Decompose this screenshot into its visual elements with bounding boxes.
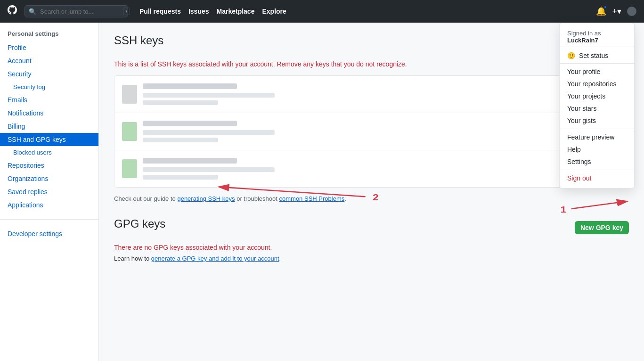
sidebar-developer-section: Developer settings — [0, 219, 98, 240]
ssh-key-item-2: Delete — [114, 113, 628, 150]
key-icon-3 — [122, 159, 137, 178]
signed-in-label: Signed in as — [567, 30, 601, 37]
search-input[interactable] — [40, 8, 119, 15]
key-fingerprint-3 — [143, 167, 275, 172]
ssh-section-title: SSH keys — [114, 34, 163, 47]
nav-actions: 🔔 +▾ — [596, 6, 636, 16]
sidebar-item-security-log[interactable]: Security log — [0, 81, 98, 93]
gpg-section-title: GPG keys — [114, 217, 165, 230]
avatar[interactable] — [627, 7, 636, 16]
sidebar-item-account[interactable]: Account — [0, 54, 98, 67]
search-bar[interactable]: 🔍 / — [24, 5, 128, 17]
key-icon-2 — [122, 122, 137, 141]
gpg-learn-text: Learn how to generate a GPG key and add … — [114, 255, 629, 262]
sidebar-item-profile[interactable]: Profile — [0, 41, 98, 54]
help-text-suffix: . — [344, 195, 346, 202]
sidebar-item-emails[interactable]: Emails — [0, 93, 98, 107]
gpg-learn-prefix: Learn how to — [114, 255, 151, 262]
key-fingerprint-1 — [143, 93, 275, 98]
nav-pull-requests[interactable]: Pull requests — [139, 8, 181, 15]
sidebar-item-saved-replies[interactable]: Saved replies — [0, 185, 98, 198]
key-title-1 — [143, 83, 237, 89]
sidebar-item-blocked-users[interactable]: Blocked users — [0, 146, 98, 159]
key-icon-1 — [122, 85, 137, 104]
sidebar-item-applications[interactable]: Applications — [0, 198, 98, 212]
help-text-prefix: Check out our guide to — [114, 195, 177, 202]
ssh-section-header: SSH keys New SSH key — [114, 34, 629, 55]
notifications-icon[interactable]: 🔔 — [596, 6, 606, 16]
sidebar-item-security[interactable]: Security — [0, 67, 98, 81]
svg-line-5 — [571, 202, 626, 209]
gpg-learn-suffix: . — [279, 255, 281, 262]
ssh-description-text: This is a list of SSH keys associated wi… — [114, 60, 407, 68]
nav-marketplace[interactable]: Marketplace — [217, 8, 255, 15]
key-date-3 — [143, 175, 218, 180]
notification-badge — [603, 5, 607, 9]
sidebar-item-repositories[interactable]: Repositories — [0, 159, 98, 172]
dropdown-your-projects[interactable]: Your projects — [560, 90, 634, 102]
github-logo-icon[interactable] — [8, 5, 17, 17]
search-kbd: / — [123, 8, 130, 15]
search-icon: 🔍 — [29, 8, 36, 15]
nav-issues[interactable]: Issues — [188, 8, 209, 15]
gpg-empty-text: There are no GPG keys associated with yo… — [114, 244, 629, 251]
page-layout: Personal settings Profile Account Securi… — [0, 23, 644, 361]
dropdown-settings[interactable]: Settings — [560, 156, 634, 168]
sidebar-item-ssh-gpg[interactable]: SSH and GPG keys — [0, 133, 98, 146]
dropdown-feature-preview[interactable]: Feature preview — [560, 131, 634, 143]
key-title-2 — [143, 121, 237, 126]
dropdown-divider-1 — [560, 129, 634, 129]
gpg-section-header: GPG keys New GPG key — [114, 217, 629, 238]
svg-text:1: 1 — [561, 205, 567, 214]
set-status-label: Set status — [579, 52, 608, 59]
sidebar: Personal settings Profile Account Securi… — [0, 23, 99, 361]
dropdown-signed-in: Signed in as LuckRain7 — [560, 27, 634, 47]
dropdown-your-stars[interactable]: Your stars — [560, 102, 634, 115]
ssh-help-text: Check out our guide to generating SSH ke… — [114, 195, 629, 202]
dropdown-your-repositories[interactable]: Your repositories — [560, 78, 634, 90]
dropdown-help[interactable]: Help — [560, 143, 634, 156]
ssh-key-item-3: Delete — [114, 150, 628, 187]
new-gpg-key-button[interactable]: New GPG key — [575, 221, 629, 234]
key-info-2 — [143, 121, 588, 142]
ssh-keys-list: Delete Delete — [114, 75, 629, 188]
help-link-problems[interactable]: common SSH Problems — [279, 195, 345, 202]
key-date-2 — [143, 138, 218, 142]
sidebar-item-organizations[interactable]: Organizations — [0, 172, 98, 185]
dropdown-username: LuckRain7 — [567, 37, 598, 44]
dropdown-divider-2 — [560, 170, 634, 170]
dropdown-sign-out[interactable]: Sign out — [560, 172, 634, 184]
dropdown-your-profile[interactable]: Your profile — [560, 66, 634, 78]
set-status-item[interactable]: 🙂 Set status — [560, 49, 634, 64]
user-dropdown: Signed in as LuckRain7 🙂 Set status Your… — [559, 23, 635, 189]
sidebar-item-billing[interactable]: Billing — [0, 120, 98, 133]
smiley-icon: 🙂 — [567, 52, 575, 59]
nav-links: Pull requests Issues Marketplace Explore — [139, 8, 286, 15]
key-fingerprint-2 — [143, 130, 275, 135]
sidebar-item-notifications[interactable]: Notifications — [0, 107, 98, 120]
add-menu-icon[interactable]: +▾ — [612, 6, 621, 16]
key-info-3 — [143, 158, 588, 180]
top-navigation: 🔍 / Pull requests Issues Marketplace Exp… — [0, 0, 644, 23]
ssh-description: This is a list of SSH keys associated wi… — [114, 60, 629, 68]
dropdown-your-gists[interactable]: Your gists — [560, 115, 634, 127]
key-info-1 — [143, 83, 588, 105]
sidebar-item-developer-settings[interactable]: Developer settings — [0, 227, 98, 240]
nav-explore[interactable]: Explore — [262, 8, 286, 15]
help-link-generating[interactable]: generating SSH keys — [177, 195, 235, 202]
key-date-1 — [143, 100, 218, 105]
gpg-learn-link[interactable]: generate a GPG key and add it to your ac… — [151, 255, 279, 262]
key-title-3 — [143, 158, 237, 164]
sidebar-personal-settings-label: Personal settings — [0, 30, 98, 41]
ssh-key-item-1: Delete — [114, 76, 628, 113]
help-text-mid: or troubleshoot — [235, 195, 279, 202]
